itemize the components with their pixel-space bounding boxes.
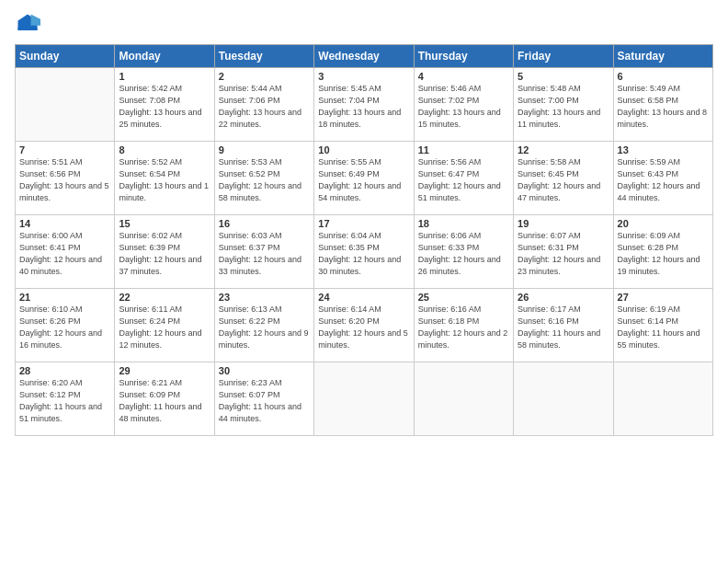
day-info: Sunrise: 5:59 AM Sunset: 6:43 PM Dayligh… xyxy=(618,156,709,204)
day-info: Sunrise: 5:44 AM Sunset: 7:06 PM Dayligh… xyxy=(219,83,310,131)
day-number: 23 xyxy=(219,292,310,303)
day-number: 6 xyxy=(618,71,709,82)
day-info: Sunrise: 5:53 AM Sunset: 6:52 PM Dayligh… xyxy=(219,156,310,204)
day-number: 30 xyxy=(219,365,310,376)
week-row-2: 14Sunrise: 6:00 AM Sunset: 6:41 PM Dayli… xyxy=(16,215,713,289)
day-number: 7 xyxy=(19,144,110,155)
day-cell: 10Sunrise: 5:55 AM Sunset: 6:49 PM Dayli… xyxy=(314,142,414,215)
logo-icon xyxy=(15,11,40,37)
day-cell: 23Sunrise: 6:13 AM Sunset: 6:22 PM Dayli… xyxy=(214,289,313,362)
day-number: 4 xyxy=(418,71,509,82)
col-header-wednesday: Wednesday xyxy=(314,45,414,68)
day-cell: 24Sunrise: 6:14 AM Sunset: 6:20 PM Dayli… xyxy=(314,289,414,362)
day-cell: 21Sunrise: 6:10 AM Sunset: 6:26 PM Dayli… xyxy=(16,289,115,362)
day-cell: 12Sunrise: 5:58 AM Sunset: 6:45 PM Dayli… xyxy=(514,142,613,215)
day-number: 12 xyxy=(518,144,609,155)
day-info: Sunrise: 6:11 AM Sunset: 6:24 PM Dayligh… xyxy=(119,304,210,351)
week-row-0: 1Sunrise: 5:42 AM Sunset: 7:08 PM Daylig… xyxy=(16,68,713,142)
day-info: Sunrise: 6:23 AM Sunset: 6:07 PM Dayligh… xyxy=(219,377,310,425)
day-info: Sunrise: 6:07 AM Sunset: 6:31 PM Dayligh… xyxy=(518,230,609,278)
header xyxy=(15,11,713,37)
day-cell: 4Sunrise: 5:46 AM Sunset: 7:02 PM Daylig… xyxy=(414,68,513,142)
header-row: SundayMondayTuesdayWednesdayThursdayFrid… xyxy=(16,45,713,68)
page: SundayMondayTuesdayWednesdayThursdayFrid… xyxy=(0,0,728,563)
col-header-monday: Monday xyxy=(115,45,214,68)
day-info: Sunrise: 6:19 AM Sunset: 6:14 PM Dayligh… xyxy=(618,304,709,351)
day-cell xyxy=(414,362,513,436)
svg-rect-2 xyxy=(18,28,38,31)
day-cell: 25Sunrise: 6:16 AM Sunset: 6:18 PM Dayli… xyxy=(414,289,513,362)
day-info: Sunrise: 6:09 AM Sunset: 6:28 PM Dayligh… xyxy=(618,230,709,278)
day-info: Sunrise: 5:46 AM Sunset: 7:02 PM Dayligh… xyxy=(418,83,509,131)
day-number: 15 xyxy=(119,218,210,229)
week-row-1: 7Sunrise: 5:51 AM Sunset: 6:56 PM Daylig… xyxy=(16,142,713,215)
day-number: 18 xyxy=(418,218,509,229)
day-number: 19 xyxy=(518,218,609,229)
day-cell: 30Sunrise: 6:23 AM Sunset: 6:07 PM Dayli… xyxy=(214,362,313,436)
calendar-table: SundayMondayTuesdayWednesdayThursdayFrid… xyxy=(15,44,713,436)
day-number: 3 xyxy=(318,71,409,82)
day-number: 11 xyxy=(418,144,509,155)
week-row-4: 28Sunrise: 6:20 AM Sunset: 6:12 PM Dayli… xyxy=(16,362,713,436)
day-number: 1 xyxy=(119,71,210,82)
day-number: 29 xyxy=(119,365,210,376)
day-cell: 15Sunrise: 6:02 AM Sunset: 6:39 PM Dayli… xyxy=(115,215,214,289)
day-number: 14 xyxy=(19,218,110,229)
day-cell: 22Sunrise: 6:11 AM Sunset: 6:24 PM Dayli… xyxy=(115,289,214,362)
day-info: Sunrise: 5:51 AM Sunset: 6:56 PM Dayligh… xyxy=(19,156,110,204)
day-number: 21 xyxy=(19,292,110,303)
day-number: 28 xyxy=(19,365,110,376)
day-cell: 16Sunrise: 6:03 AM Sunset: 6:37 PM Dayli… xyxy=(214,215,313,289)
day-cell: 6Sunrise: 5:49 AM Sunset: 6:58 PM Daylig… xyxy=(613,68,712,142)
col-header-thursday: Thursday xyxy=(414,45,513,68)
day-cell: 20Sunrise: 6:09 AM Sunset: 6:28 PM Dayli… xyxy=(613,215,712,289)
day-cell: 28Sunrise: 6:20 AM Sunset: 6:12 PM Dayli… xyxy=(16,362,115,436)
day-info: Sunrise: 5:48 AM Sunset: 7:00 PM Dayligh… xyxy=(518,83,609,131)
day-info: Sunrise: 5:52 AM Sunset: 6:54 PM Dayligh… xyxy=(119,156,210,204)
day-cell: 26Sunrise: 6:17 AM Sunset: 6:16 PM Dayli… xyxy=(514,289,613,362)
day-number: 13 xyxy=(618,144,709,155)
week-row-3: 21Sunrise: 6:10 AM Sunset: 6:26 PM Dayli… xyxy=(16,289,713,362)
day-cell xyxy=(514,362,613,436)
day-cell: 9Sunrise: 5:53 AM Sunset: 6:52 PM Daylig… xyxy=(214,142,313,215)
day-cell: 3Sunrise: 5:45 AM Sunset: 7:04 PM Daylig… xyxy=(314,68,414,142)
day-info: Sunrise: 6:21 AM Sunset: 6:09 PM Dayligh… xyxy=(119,377,210,425)
day-cell: 14Sunrise: 6:00 AM Sunset: 6:41 PM Dayli… xyxy=(16,215,115,289)
day-number: 9 xyxy=(219,144,310,155)
day-number: 22 xyxy=(119,292,210,303)
day-number: 26 xyxy=(518,292,609,303)
day-cell: 2Sunrise: 5:44 AM Sunset: 7:06 PM Daylig… xyxy=(214,68,313,142)
day-info: Sunrise: 5:58 AM Sunset: 6:45 PM Dayligh… xyxy=(518,156,609,204)
logo xyxy=(15,11,44,37)
day-number: 5 xyxy=(518,71,609,82)
day-cell xyxy=(16,68,115,142)
col-header-tuesday: Tuesday xyxy=(214,45,313,68)
day-info: Sunrise: 6:13 AM Sunset: 6:22 PM Dayligh… xyxy=(219,304,310,351)
day-cell: 8Sunrise: 5:52 AM Sunset: 6:54 PM Daylig… xyxy=(115,142,214,215)
day-number: 10 xyxy=(318,144,409,155)
day-info: Sunrise: 6:10 AM Sunset: 6:26 PM Dayligh… xyxy=(19,304,110,351)
day-cell xyxy=(314,362,414,436)
day-info: Sunrise: 6:00 AM Sunset: 6:41 PM Dayligh… xyxy=(19,230,110,278)
day-cell: 7Sunrise: 5:51 AM Sunset: 6:56 PM Daylig… xyxy=(16,142,115,215)
col-header-friday: Friday xyxy=(514,45,613,68)
day-info: Sunrise: 5:55 AM Sunset: 6:49 PM Dayligh… xyxy=(318,156,409,204)
day-info: Sunrise: 6:17 AM Sunset: 6:16 PM Dayligh… xyxy=(518,304,609,351)
day-cell: 17Sunrise: 6:04 AM Sunset: 6:35 PM Dayli… xyxy=(314,215,414,289)
day-cell: 13Sunrise: 5:59 AM Sunset: 6:43 PM Dayli… xyxy=(613,142,712,215)
day-info: Sunrise: 6:02 AM Sunset: 6:39 PM Dayligh… xyxy=(119,230,210,278)
day-cell: 11Sunrise: 5:56 AM Sunset: 6:47 PM Dayli… xyxy=(414,142,513,215)
day-info: Sunrise: 5:42 AM Sunset: 7:08 PM Dayligh… xyxy=(119,83,210,131)
day-cell xyxy=(613,362,712,436)
day-cell: 29Sunrise: 6:21 AM Sunset: 6:09 PM Dayli… xyxy=(115,362,214,436)
col-header-saturday: Saturday xyxy=(613,45,712,68)
day-info: Sunrise: 5:49 AM Sunset: 6:58 PM Dayligh… xyxy=(618,83,709,131)
day-info: Sunrise: 6:16 AM Sunset: 6:18 PM Dayligh… xyxy=(418,304,509,351)
day-cell: 27Sunrise: 6:19 AM Sunset: 6:14 PM Dayli… xyxy=(613,289,712,362)
day-info: Sunrise: 6:14 AM Sunset: 6:20 PM Dayligh… xyxy=(318,304,409,351)
day-cell: 1Sunrise: 5:42 AM Sunset: 7:08 PM Daylig… xyxy=(115,68,214,142)
svg-marker-1 xyxy=(31,15,41,26)
day-number: 8 xyxy=(119,144,210,155)
day-number: 2 xyxy=(219,71,310,82)
day-number: 17 xyxy=(318,218,409,229)
